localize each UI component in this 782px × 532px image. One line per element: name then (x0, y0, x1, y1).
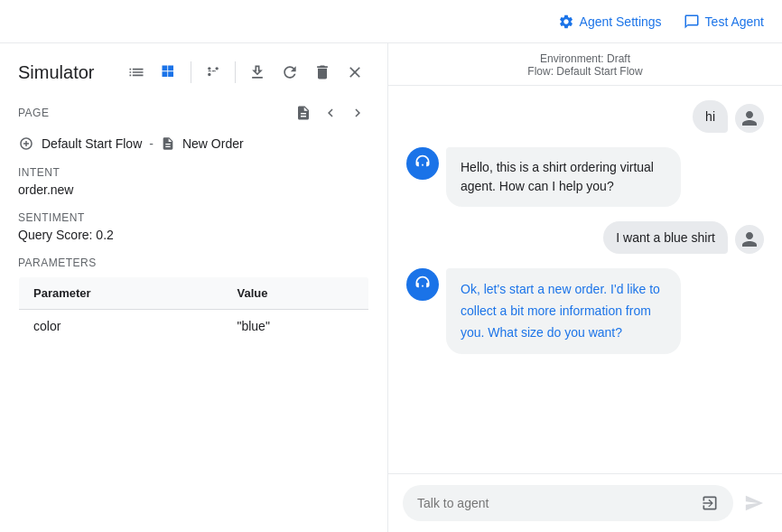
chat-icon (684, 14, 700, 30)
toolbar-divider (191, 61, 191, 83)
export-icon (248, 63, 266, 81)
headset-icon (414, 154, 432, 173)
refresh-icon (281, 63, 299, 81)
gear-icon (558, 14, 574, 30)
page-next-button[interactable] (346, 101, 369, 125)
intent-label: Intent (18, 166, 369, 179)
flow-node-icon (18, 135, 34, 152)
top-bar: Agent Settings Test Agent (0, 0, 782, 43)
agent-settings-button[interactable]: Agent Settings (558, 14, 662, 30)
panel-header: Simulator (18, 58, 369, 87)
param-col-header: Parameter (19, 277, 223, 310)
person-icon (740, 230, 759, 248)
agent-avatar (406, 268, 439, 301)
branch-icon (204, 63, 222, 81)
left-panel: Simulator (0, 43, 388, 532)
test-agent-label: Test Agent (705, 14, 764, 29)
send-icon (744, 493, 764, 513)
agent-message-row: Ok, let's start a new order. I'd like to… (406, 268, 764, 354)
sentiment-label: Sentiment (18, 211, 369, 224)
delete-icon (313, 63, 331, 81)
delete-button[interactable] (308, 58, 337, 87)
panel-title: Simulator (18, 62, 94, 83)
user-message-bubble: hi (693, 100, 728, 133)
branch-icon-button[interactable] (199, 58, 228, 87)
page-icon (161, 136, 175, 151)
page-name: New Order (182, 136, 244, 151)
agent-message-bubble: Hello, this is a shirt ordering virtual … (446, 147, 681, 207)
parameters-table: Parameter Value color"blue" (18, 276, 369, 343)
agent-avatar (406, 147, 439, 180)
flow-name: Default Start Flow (42, 136, 142, 151)
import-icon (701, 494, 719, 512)
flow-separator: - (149, 136, 154, 151)
close-button[interactable] (340, 58, 369, 87)
simulator-toolbar (122, 58, 369, 87)
column-view-button[interactable] (154, 58, 183, 87)
export-button[interactable] (243, 58, 272, 87)
table-row: color"blue" (19, 310, 369, 343)
user-message-row: hi (406, 100, 764, 133)
env-line2: Flow: Default Start Flow (406, 65, 764, 78)
param-cell: color (19, 310, 223, 343)
query-score: Query Score: 0.2 (18, 228, 369, 242)
page-doc-icon (292, 101, 315, 125)
chevron-left-icon (322, 105, 339, 121)
agent-message-bubble: Ok, let's start a new order. I'd like to… (446, 268, 681, 354)
right-panel: Environment: Draft Flow: Default Start F… (388, 43, 782, 532)
user-message-bubble: I want a blue shirt (603, 221, 728, 254)
headset-icon (414, 275, 432, 294)
chat-input[interactable] (417, 496, 694, 510)
column-view-icon (160, 63, 178, 81)
page-navigation (292, 101, 369, 125)
person-icon (740, 109, 759, 127)
chevron-right-icon (349, 105, 366, 121)
toolbar-divider-2 (235, 61, 236, 83)
user-avatar (735, 225, 764, 254)
main-layout: Simulator (0, 43, 782, 532)
page-prev-button[interactable] (319, 101, 342, 125)
intent-value: order.new (18, 182, 369, 197)
page-section: Page (18, 101, 369, 125)
value-cell: "blue" (222, 310, 368, 343)
agent-message-row: Hello, this is a shirt ordering virtual … (406, 147, 764, 207)
env-line1: Environment: Draft (406, 52, 764, 65)
list-view-button[interactable] (122, 58, 151, 87)
user-message-row: I want a blue shirt (406, 221, 764, 254)
close-icon (346, 63, 364, 81)
chat-input-bar (388, 473, 782, 532)
test-agent-button[interactable]: Test Agent (684, 14, 764, 30)
document-icon (295, 105, 312, 121)
parameters-label: Parameters (18, 257, 369, 269)
agent-settings-label: Agent Settings (580, 14, 662, 29)
value-col-header: Value (222, 277, 368, 310)
import-icon-button[interactable] (701, 494, 719, 512)
chat-messages: hiHello, this is a shirt ordering virtua… (388, 86, 782, 473)
user-avatar (735, 104, 764, 133)
refresh-button[interactable] (275, 58, 304, 87)
send-button[interactable] (740, 490, 768, 517)
chat-input-wrapper (403, 485, 733, 521)
list-icon (127, 63, 145, 81)
env-bar: Environment: Draft Flow: Default Start F… (388, 43, 782, 86)
page-label: Page (18, 107, 49, 119)
flow-row: Default Start Flow - New Order (18, 135, 369, 152)
